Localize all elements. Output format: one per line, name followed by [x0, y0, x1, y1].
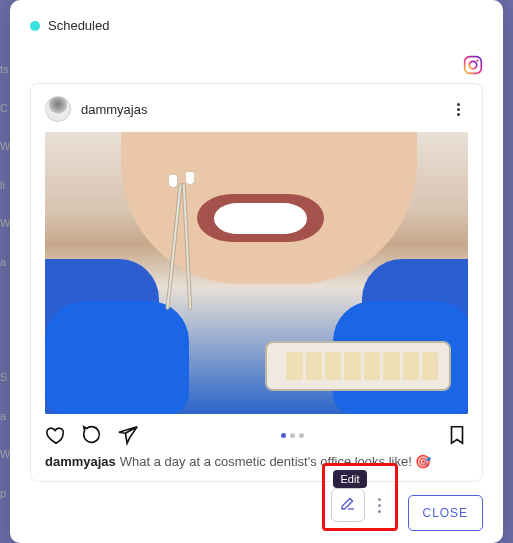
- edit-button[interactable]: [331, 488, 365, 522]
- svg-point-2: [476, 60, 478, 62]
- post-more-icon[interactable]: [448, 99, 468, 119]
- footer-more-icon[interactable]: [371, 488, 389, 522]
- svg-point-1: [469, 61, 476, 68]
- post-username[interactable]: dammyajas: [81, 102, 147, 117]
- edit-icon: [339, 494, 357, 516]
- status-label: Scheduled: [48, 18, 109, 33]
- edit-highlight-box: Edit: [322, 463, 398, 531]
- post-preview-modal: Scheduled dammyajas: [10, 0, 503, 543]
- background-obscured-text: tsCWliWaSaWpV: [0, 0, 10, 543]
- share-icon[interactable]: [117, 424, 139, 446]
- status-dot: [30, 21, 40, 31]
- avatar[interactable]: [45, 96, 71, 122]
- comment-icon[interactable]: [81, 424, 103, 446]
- modal-footer: Edit CLOSE: [30, 463, 483, 531]
- edit-tooltip: Edit: [333, 470, 368, 488]
- post-actions: [45, 424, 468, 446]
- status-row: Scheduled: [30, 18, 483, 33]
- post-header: dammyajas: [45, 96, 468, 122]
- platform-row: [30, 55, 483, 75]
- heart-icon[interactable]: [45, 424, 67, 446]
- instagram-icon: [463, 55, 483, 75]
- carousel-indicator: [281, 433, 304, 438]
- svg-rect-0: [465, 57, 482, 74]
- bookmark-icon[interactable]: [446, 424, 468, 446]
- post-media[interactable]: [45, 132, 468, 414]
- close-button[interactable]: CLOSE: [408, 495, 483, 531]
- post-card: dammyajas: [30, 83, 483, 482]
